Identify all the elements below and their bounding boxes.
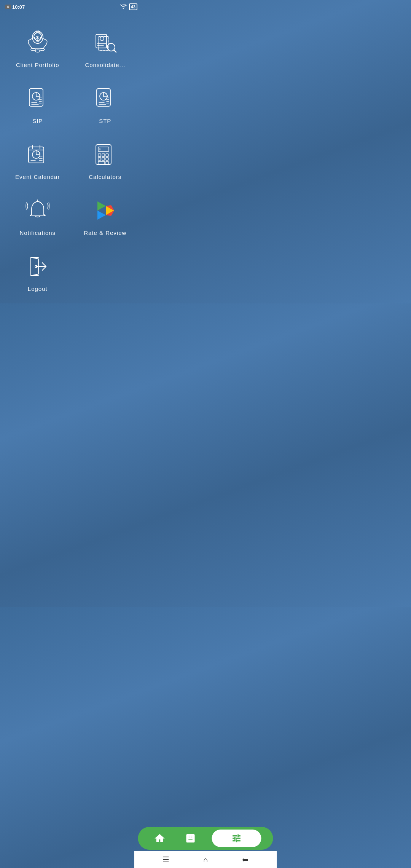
- calculators-label: Calculators: [89, 174, 121, 180]
- time-display: 10:07: [12, 4, 25, 10]
- wifi-icon: [120, 4, 127, 10]
- logout-label: Logout: [28, 286, 48, 292]
- status-x-icon: ✕: [5, 5, 11, 9]
- svg-rect-48: [102, 158, 105, 160]
- status-bar: ✕ 10:07 43: [0, 0, 143, 12]
- battery-indicator: 43: [129, 3, 137, 10]
- svg-marker-53: [97, 201, 106, 211]
- sip-label: SIP: [32, 118, 43, 124]
- svg-rect-46: [106, 154, 108, 156]
- svg-text:$: $: [36, 35, 39, 40]
- logout-item[interactable]: Logout: [4, 244, 72, 300]
- status-left: ✕ 10:07: [5, 4, 25, 10]
- svg-point-9: [100, 37, 104, 41]
- calculators-icon: $: [91, 141, 119, 168]
- event-calendar-item[interactable]: Event Calendar: [4, 132, 72, 188]
- sip-icon: [24, 85, 51, 112]
- status-right: 43: [120, 3, 137, 10]
- stp-icon: [91, 85, 119, 112]
- svg-rect-44: [98, 154, 101, 156]
- rate-review-item[interactable]: Rate & Review: [72, 188, 139, 244]
- client-portfolio-label: Client Portfolio: [16, 62, 59, 68]
- stp-item[interactable]: STP: [72, 76, 139, 132]
- consolidate-item[interactable]: Consolidate...: [72, 20, 139, 76]
- rate-review-label: Rate & Review: [84, 230, 126, 236]
- svg-rect-49: [106, 158, 108, 160]
- consolidate-icon: [91, 29, 119, 56]
- calculators-item[interactable]: $ Calculators: [72, 132, 139, 188]
- svg-rect-45: [102, 154, 105, 156]
- notifications-icon: [24, 197, 51, 224]
- sip-item[interactable]: SIP: [4, 76, 72, 132]
- notifications-item[interactable]: Notifications: [4, 188, 72, 244]
- logout-icon: [24, 253, 51, 280]
- svg-point-5: [35, 50, 40, 52]
- event-calendar-icon: [24, 141, 51, 168]
- svg-line-13: [114, 50, 116, 52]
- client-portfolio-icon: $: [24, 29, 51, 56]
- menu-grid: $ Client Portfolio: [0, 12, 143, 303]
- svg-rect-47: [98, 158, 101, 160]
- svg-rect-51: [106, 161, 108, 164]
- consolidate-label: Consolidate...: [85, 62, 125, 68]
- notifications-label: Notifications: [19, 230, 56, 236]
- svg-rect-14: [29, 89, 43, 106]
- event-calendar-label: Event Calendar: [15, 174, 60, 180]
- svg-marker-54: [97, 211, 106, 220]
- svg-rect-50: [98, 161, 105, 164]
- stp-label: STP: [99, 118, 111, 124]
- svg-text:$: $: [99, 148, 101, 151]
- client-portfolio-item[interactable]: $ Client Portfolio: [4, 20, 72, 76]
- svg-rect-23: [97, 89, 110, 106]
- rate-review-icon: [91, 197, 119, 224]
